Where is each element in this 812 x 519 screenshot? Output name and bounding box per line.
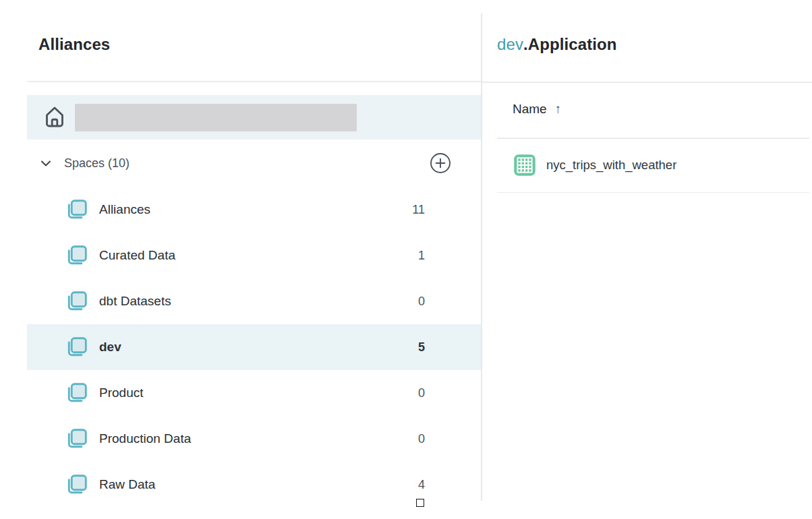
chevron-down-icon[interactable] — [38, 155, 54, 171]
sort-ascending-icon: ↑ — [555, 102, 562, 117]
space-count: 0 — [418, 295, 425, 309]
table-row[interactable]: nyc_trips_with_weather — [497, 138, 809, 193]
space-icon — [64, 426, 90, 452]
space-label: Production Data — [99, 431, 191, 446]
space-label: Alliances — [99, 202, 150, 217]
name-column-header[interactable]: Name ↑ — [513, 98, 561, 120]
space-count: 11 — [412, 203, 425, 217]
table-dataset-icon — [513, 153, 537, 177]
small-square-marker — [416, 499, 424, 507]
breadcrumb-separator: . — [523, 35, 528, 53]
space-count: 4 — [418, 478, 425, 492]
sidebar-item-curated-data[interactable]: Curated Data 1 — [27, 233, 481, 278]
sidebar-item-product[interactable]: Product 0 — [27, 370, 481, 416]
dataset-name: nyc_trips_with_weather — [546, 158, 676, 173]
breadcrumb-space-link[interactable]: dev — [497, 35, 523, 53]
sidebar-title: Alliances — [38, 35, 110, 54]
space-icon — [64, 197, 90, 222]
space-icon — [64, 380, 90, 406]
breadcrumb-entity: Application — [528, 35, 617, 53]
breadcrumb: dev.Application — [497, 35, 617, 54]
add-space-button[interactable] — [430, 152, 451, 174]
spaces-section-header: Spaces (10) — [27, 146, 481, 180]
sidebar-item-production-data[interactable]: Production Data 0 — [27, 416, 481, 462]
sidebar-item-raw-data[interactable]: Raw Data 4 — [27, 462, 481, 508]
space-count: 1 — [418, 249, 425, 263]
space-count: 0 — [418, 432, 425, 446]
panel-divider — [481, 13, 482, 501]
space-count: 0 — [418, 386, 425, 400]
space-label: dbt Datasets — [99, 294, 171, 309]
space-label: dev — [99, 340, 121, 355]
sidebar-item-dbt-datasets[interactable]: dbt Datasets 0 — [27, 278, 481, 324]
space-label: Raw Data — [99, 477, 155, 492]
name-column-label: Name — [513, 102, 547, 117]
space-label: Curated Data — [99, 248, 175, 263]
spaces-list: Alliances 11 Curated Data 1 dbt Datasets — [27, 187, 481, 508]
space-icon — [64, 472, 90, 497]
space-icon — [64, 243, 90, 268]
home-icon — [42, 104, 67, 130]
sidebar-item-alliances[interactable]: Alliances 11 — [27, 187, 481, 233]
panel-header-divider — [482, 82, 812, 83]
space-count: 5 — [418, 340, 425, 355]
space-icon — [64, 288, 90, 314]
space-icon — [64, 334, 90, 360]
sidebar-item-dev[interactable]: dev 5 — [27, 324, 481, 370]
sidebar-title-divider — [27, 81, 481, 82]
space-label: Product — [99, 386, 143, 400]
redacted-text-placeholder — [75, 104, 357, 131]
spaces-section-label: Spaces (10) — [64, 156, 129, 171]
home-row[interactable] — [27, 95, 481, 140]
spaces-sidebar: Alliances Spaces (10) — [0, 0, 481, 519]
